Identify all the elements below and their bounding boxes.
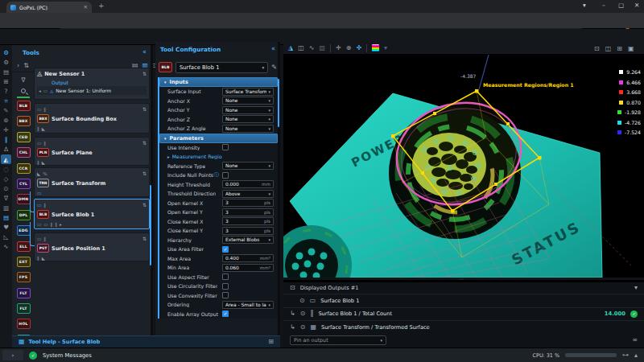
output-pill-icon[interactable]: ‖ — [37, 126, 39, 131]
collapse-icon[interactable]: ⇅ — [142, 171, 147, 176]
viewport-tool-icon[interactable]: ▨ — [319, 44, 325, 51]
viewport-tool-icon[interactable]: ◫ — [298, 44, 304, 51]
pin-icon[interactable]: ↳ — [290, 324, 295, 331]
checkbox[interactable] — [222, 144, 229, 150]
tool-card-blob-selected[interactable]: ▭‖⇅ BLBSurface Blob 1 ▭▭‖‖▸ — [34, 199, 150, 229]
rail-icon[interactable]: ◺ — [1, 232, 11, 242]
rail-icon[interactable]: ◭ — [1, 154, 11, 164]
collapse-icon[interactable]: ⇅ — [142, 71, 147, 76]
pointcloud-scene[interactable]: POWER / LAN STATUS — [283, 55, 644, 278]
input-pill-icon[interactable]: % — [43, 171, 47, 176]
tool-help-bar[interactable]: ▦ Tool Help - Surface Blob ⊞ — [12, 335, 280, 348]
input-pill-icon[interactable]: ▭ — [37, 141, 41, 146]
rail-icon[interactable]: ▤ — [1, 67, 11, 76]
checkbox[interactable] — [222, 292, 229, 298]
tool-card-plane[interactable]: ▭‖⇅ PLNSurface Plane ‖◣ — [34, 137, 150, 166]
config-control[interactable]: 0.400mm² — [222, 254, 274, 262]
expand-help-icon[interactable]: ⊞ — [268, 339, 274, 345]
input-pill-icon[interactable]: ▭ — [37, 203, 41, 208]
mute-icon[interactable]: ◂ — [39, 88, 41, 93]
inputs-section-header[interactable]: ▾ Inputs — [159, 77, 278, 87]
config-scrollbar[interactable] — [278, 79, 279, 127]
expand-tools-icon[interactable]: › — [17, 63, 19, 69]
output-pill-icon[interactable]: ◣ — [42, 160, 45, 165]
checkbox[interactable] — [222, 172, 229, 179]
rail-icon[interactable]: ⊞ — [1, 76, 11, 86]
filter-icon[interactable]: ∇ — [21, 74, 25, 85]
eye-icon[interactable]: ⊙ — [300, 324, 306, 331]
collapse-icon[interactable]: ⇅ — [142, 140, 147, 146]
viewport-tool-icon[interactable]: ✛ — [336, 44, 341, 51]
tool-type-badge[interactable]: DMN — [17, 194, 31, 204]
sensor-output-row[interactable]: ◂ ▭ ◬ New Sensor 1: Uniform — [37, 86, 147, 95]
new-tab-button[interactable]: + — [98, 2, 105, 10]
rail-icon[interactable]: ⊙ — [1, 183, 11, 193]
tool-type-badge[interactable]: ELL — [17, 241, 31, 252]
window-minimize-icon[interactable]: – — [602, 2, 605, 9]
config-control[interactable]: Above▾ — [222, 190, 274, 198]
config-control[interactable]: 3pls — [222, 199, 274, 207]
info-icon[interactable]: ⓘ — [214, 171, 220, 179]
tool-selector[interactable]: Surface Blob 1 ▾ — [175, 62, 268, 73]
rail-icon[interactable]: ✎ — [1, 106, 11, 116]
collapse-panel-icon[interactable]: « — [142, 49, 147, 56]
pin-output-select[interactable]: Pin an output ▾ — [290, 335, 386, 345]
outputs-header[interactable]: ⊡ Displayed Outputs #1 ▾ — [283, 282, 644, 294]
tool-card-bounding-box[interactable]: ▭‖⇅ BBXSurface Bounding Box ‖◣ — [34, 103, 150, 134]
tools-scrollbar[interactable] — [150, 185, 151, 265]
pointcloud-3d-view[interactable]: POWER / LAN STATUS — [283, 55, 644, 278]
rail-icon[interactable]: ∿ — [1, 242, 11, 252]
output-pill-icon[interactable]: ‖ — [37, 256, 39, 261]
tool-type-badge[interactable]: BLB — [17, 101, 31, 111]
rail-icon[interactable]: ‖ — [1, 135, 11, 145]
rail-icon[interactable]: ? — [1, 86, 11, 96]
tool-card-transform[interactable]: ◣%⇅ TRNSurface Transform ▭ — [34, 167, 150, 197]
rail-icon[interactable]: ⚙ — [1, 57, 11, 67]
output-pill-icon[interactable]: ‖ — [37, 160, 39, 165]
collapse-panel-icon[interactable]: « — [271, 46, 275, 52]
collapse-up-icon[interactable]: ▴ — [634, 352, 638, 359]
viewport-tool-icon[interactable]: ▾ — [384, 44, 387, 51]
viewport-tool-icon[interactable] — [372, 44, 379, 51]
window-close-icon[interactable]: ✕ — [634, 2, 639, 9]
output-pill-icon[interactable]: ‖ — [50, 222, 52, 227]
tool-type-badge[interactable]: HOL — [17, 319, 31, 329]
viewport-layout-icon[interactable]: ▣ — [628, 45, 634, 52]
viewport-layout-icon[interactable]: ◫ — [605, 45, 612, 52]
tool-card-sensor[interactable]: ◬ New Sensor 1 ⇅ Output ◂ ▭ ◬ New Sensor… — [34, 68, 150, 100]
config-control[interactable]: None▾ — [222, 162, 274, 170]
config-control[interactable]: External Blobs▾ — [222, 236, 274, 244]
tool-type-badge[interactable]: FPS — [17, 272, 31, 282]
window-maximize-icon[interactable]: ▢ — [618, 2, 624, 9]
tool-type-badge[interactable]: BBX — [17, 116, 31, 126]
checkbox[interactable] — [222, 274, 229, 280]
sort-icon[interactable]: ⇅ — [23, 63, 29, 69]
input-pill-icon[interactable]: ◣ — [37, 171, 40, 176]
search-icon[interactable] — [21, 85, 26, 97]
system-messages-label[interactable]: System Messages — [43, 352, 527, 359]
input-pill-icon[interactable]: ‖ — [43, 237, 46, 241]
config-control[interactable]: 0.000mm — [222, 180, 274, 188]
link-icon[interactable]: ∞ — [632, 337, 638, 343]
tool-type-badge[interactable]: CCR — [17, 163, 31, 174]
viewport-layout-icon[interactable]: ⊞ — [617, 45, 622, 52]
output-row-blob[interactable]: ⊙ ▭ Surface Blob 1 — [283, 294, 644, 307]
input-pill-icon[interactable]: ‖ — [43, 203, 46, 208]
output-pill-icon[interactable]: ▭ — [37, 222, 41, 227]
viewport-tool-icon[interactable]: ◮ — [288, 44, 293, 51]
viewport-tool-icon[interactable] — [366, 44, 367, 52]
checkbox[interactable]: ✓ — [222, 246, 229, 253]
viewport-tool-icon[interactable]: ∿ — [309, 44, 315, 51]
rail-icon[interactable]: ✛ — [1, 125, 11, 135]
config-control[interactable]: None▾ — [222, 106, 274, 114]
rail-icon[interactable]: ▤ — [1, 213, 11, 223]
viewport-layout-icon[interactable]: ⊡ — [594, 45, 600, 52]
output-pill-icon[interactable]: ▭ — [37, 191, 41, 195]
tool-type-badge[interactable]: FLT — [17, 288, 31, 298]
tool-type-badge[interactable]: FLT — [17, 303, 31, 314]
viewport-tool-icon[interactable]: ✜ — [356, 44, 361, 51]
browser-tab[interactable]: GoPxL (PC) ✕ — [6, 2, 92, 13]
rail-icon[interactable]: ⌗ — [1, 96, 11, 105]
output-pill-icon[interactable]: ◣ — [42, 256, 45, 261]
checkbox[interactable]: ✓ — [222, 311, 229, 317]
